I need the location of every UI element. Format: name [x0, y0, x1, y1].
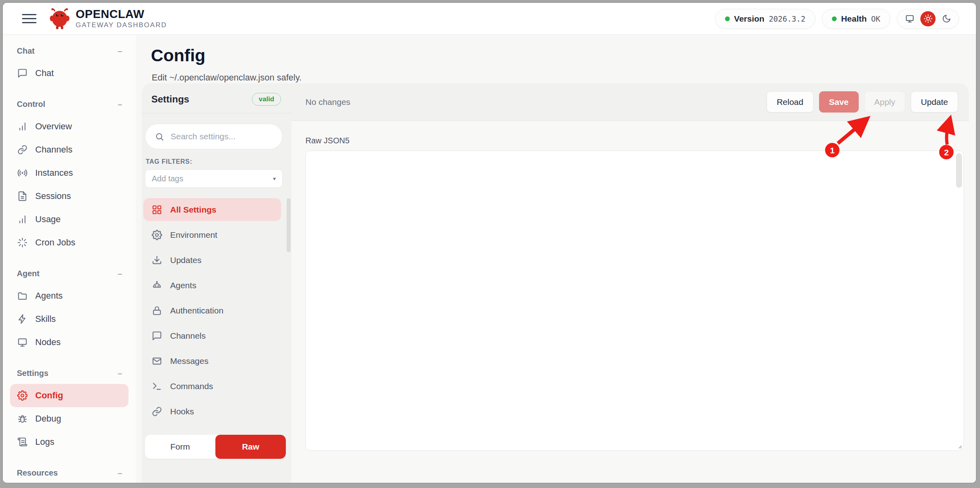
tag-filters-label: TAG FILTERS: — [142, 149, 291, 169]
raw-json-editor[interactable] — [305, 151, 964, 451]
sun-icon — [924, 14, 933, 23]
sidebar-item-chat[interactable]: Chat — [10, 62, 129, 85]
bug-icon — [17, 414, 28, 424]
sidebar-item-overview[interactable]: Overview — [10, 115, 129, 138]
sidebar-item-usage[interactable]: Usage — [10, 208, 129, 231]
sidebar-section: Agent – AgentsSkillsNodes — [3, 268, 136, 354]
sidebar-item-label: Cron Jobs — [35, 237, 75, 248]
sidebar-item-label: Debug — [35, 414, 61, 424]
zap-icon — [17, 314, 28, 324]
settings-category-label: All Settings — [170, 205, 217, 215]
sidebar-section-header[interactable]: Agent – — [3, 268, 136, 279]
settings-category-label: Environment — [170, 230, 217, 240]
chevron-down-icon: ▾ — [273, 175, 276, 182]
collapse-dash-icon[interactable]: – — [118, 100, 122, 109]
page-subtitle: Edit ~/.openclaw/openclaw.json safely. — [152, 72, 301, 83]
file-icon — [17, 191, 28, 201]
folder-icon — [17, 291, 28, 301]
sidebar-item-channels[interactable]: Channels — [10, 138, 129, 161]
brand-logo: OPENCLAW GATEWAY DASHBOARD — [49, 8, 167, 30]
sidebar-item-label: Sessions — [35, 191, 71, 201]
theme-dark-button[interactable] — [939, 11, 954, 26]
raw-view-button[interactable]: Raw — [215, 435, 286, 459]
sidebar-item-config[interactable]: Config — [10, 384, 129, 407]
theme-system-button[interactable] — [902, 11, 917, 26]
settings-category-item[interactable]: All Settings — [143, 198, 281, 221]
sidebar-section-header[interactable]: Resources – — [3, 467, 136, 478]
sidebar-section-label: Settings — [17, 369, 48, 378]
add-tags-placeholder: Add tags — [152, 174, 183, 183]
sidebar-item-label: Instances — [35, 168, 73, 178]
collapse-dash-icon[interactable]: – — [118, 269, 122, 278]
sidebar-item-agents[interactable]: Agents — [10, 284, 129, 307]
changes-status: No changes — [305, 97, 350, 107]
settings-search[interactable] — [145, 124, 283, 149]
settings-category-item[interactable]: Hooks — [143, 400, 281, 423]
add-tags-select[interactable]: Add tags ▾ — [145, 169, 283, 188]
sidebar-section-header[interactable]: Settings – — [3, 368, 136, 379]
download-icon — [152, 255, 162, 265]
gear-icon — [17, 390, 28, 401]
form-view-button[interactable]: Form — [145, 435, 215, 459]
apply-button[interactable]: Apply — [864, 91, 906, 112]
settings-category-item[interactable]: Updates — [143, 249, 281, 271]
search-input[interactable] — [171, 132, 273, 141]
brand-name: OPENCLAW — [76, 8, 167, 20]
sidebar-item-debug[interactable]: Debug — [10, 407, 129, 430]
theme-light-button[interactable] — [920, 11, 936, 26]
sidebar-item-label: Overview — [35, 121, 72, 132]
mail-icon — [152, 356, 162, 366]
grid-icon — [152, 205, 162, 215]
settings-category-item[interactable]: Commands — [143, 375, 281, 398]
settings-scrollbar[interactable] — [287, 198, 291, 252]
brand-subtitle: GATEWAY DASHBOARD — [76, 21, 167, 29]
resize-grip-icon[interactable] — [957, 444, 962, 449]
version-badge: Version 2026.3.2 — [715, 9, 815, 29]
bar-chart-icon — [17, 121, 28, 132]
sidebar-item-skills[interactable]: Skills — [10, 307, 129, 331]
settings-category-label: Updates — [170, 255, 201, 265]
sidebar-item-sessions[interactable]: Sessions — [10, 185, 129, 208]
collapse-dash-icon[interactable]: – — [118, 46, 122, 56]
reload-button[interactable]: Reload — [767, 91, 813, 112]
version-label: Version — [734, 14, 765, 24]
menu-icon[interactable] — [22, 12, 36, 26]
sidebar-section: Settings – ConfigDebugLogs — [3, 368, 136, 454]
gear-icon — [152, 230, 162, 240]
sidebar-item-cron-jobs[interactable]: Cron Jobs — [10, 231, 129, 254]
save-button[interactable]: Save — [819, 91, 859, 112]
raw-json5-label: Raw JSON5 — [305, 136, 964, 145]
settings-category-item[interactable]: Authentication — [143, 299, 281, 322]
lock-icon — [152, 305, 162, 316]
sidebar-section: Control – OverviewChannelsInstancesSessi… — [3, 98, 136, 254]
editor-action-bar: No changes Reload Save Apply Update — [291, 83, 969, 121]
config-card: Settings valid TAG FILTERS: Add tags ▾ — [142, 83, 969, 483]
collapse-dash-icon[interactable]: – — [118, 369, 122, 378]
settings-category-item[interactable]: Channels — [143, 324, 281, 347]
editor-scrollbar[interactable] — [956, 153, 962, 188]
theme-toggle — [897, 9, 959, 29]
sidebar: Chat – Chat Control – OverviewChannelsIn… — [3, 35, 136, 483]
link-icon — [17, 145, 28, 155]
sidebar-item-instances[interactable]: Instances — [10, 161, 129, 185]
settings-category-label: Hooks — [170, 407, 194, 416]
terminal-icon — [152, 381, 162, 392]
sidebar-item-label: Chat — [35, 68, 54, 78]
chat-icon — [17, 68, 28, 78]
sidebar-section-label: Control — [17, 100, 45, 109]
version-status-dot — [725, 16, 730, 21]
version-value: 2026.3.2 — [769, 14, 805, 23]
sidebar-item-logs[interactable]: Logs — [10, 430, 129, 454]
update-button[interactable]: Update — [911, 91, 958, 112]
view-mode-toggle: Form Raw — [145, 435, 286, 459]
settings-category-item[interactable]: Agents — [143, 274, 281, 297]
settings-category-label: Channels — [170, 331, 206, 341]
loader-icon — [17, 237, 28, 248]
broadcast-icon — [17, 168, 28, 178]
sidebar-item-nodes[interactable]: Nodes — [10, 331, 129, 354]
sidebar-section-header[interactable]: Control – — [3, 98, 136, 110]
collapse-dash-icon[interactable]: – — [118, 468, 122, 478]
settings-category-item[interactable]: Environment — [143, 223, 281, 246]
settings-category-item[interactable]: Messages — [143, 349, 281, 372]
sidebar-section-header[interactable]: Chat – — [3, 45, 136, 56]
